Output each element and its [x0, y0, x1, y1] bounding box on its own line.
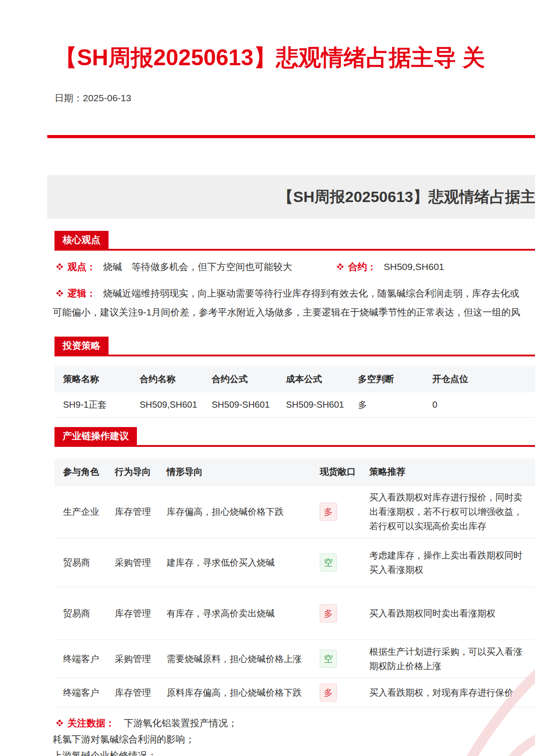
report-document: 【SH周报20250613】悲观情绪占据主导 关 日期：2025-06-13 【…: [0, 0, 535, 756]
top-divider-rule: [47, 135, 535, 138]
chain-table-row: 终端客户 库存管理 原料库存偏高，担心烧碱价格下跌 多 买入看跌期权，对现有库存…: [54, 678, 535, 707]
chain-table-row: 贸易商 采购管理 建库存，寻求低价买入烧碱 空 考虑建库存，操作上卖出看跌期权同…: [54, 538, 535, 587]
viewpoint-label: 观点：: [68, 261, 96, 272]
cell-behavior: 采购管理: [106, 538, 158, 587]
cell-long-short: 多: [349, 392, 424, 418]
recommendation-line: 考虑建库存，操作上卖出看跌期权同时: [369, 548, 535, 562]
chain-table-row: 生产企业 库存管理 库存偏高，担心烧碱价格下跌 多 买入看跌期权对库存进行报价，…: [54, 486, 535, 538]
cell-exposure: 空: [311, 538, 361, 587]
col-header-role: 参与角色: [54, 459, 106, 486]
col-header-strategy-name: 策略名称: [54, 366, 131, 392]
cell-contract-name: SH509,SH601: [131, 392, 203, 418]
logic-paragraph: 逻辑：烧碱近端维持弱现实，向上驱动需要等待行业库存得到有效去化，随氯碱综合利润走…: [53, 284, 535, 322]
strategy-table: 策略名称 合约名称 合约公式 成本公式 多空判断 开仓点位 SH9-1正套 SH…: [54, 366, 535, 418]
banner-title: 【SH周报20250613】悲观情绪占据主导: [278, 175, 535, 219]
cell-scenario: 库存偏高，担心烧碱价格下跌: [158, 486, 311, 538]
chain-table-row: 终端客户 采购管理 需要烧碱原料，担心烧碱价格上涨 空 根据生产计划进行采购，可…: [54, 640, 535, 678]
cell-entry-point: 0: [424, 392, 498, 418]
cell-behavior: 库存管理: [106, 486, 158, 538]
recommendation-line: 买入看跌期权同时卖出看涨期权: [369, 606, 535, 621]
contract-group: 合约：SH509,SH601: [338, 261, 444, 273]
chain-table-row: 贸易商 库存管理 有库存，寻求高价卖出烧碱 多 买入看跌期权同时卖出看涨期权: [54, 587, 535, 640]
cell-recommendation: 考虑建库存，操作上卖出看跌期权同时 买入看涨期权: [361, 538, 535, 587]
diamond-bullet-icon: [56, 290, 63, 297]
section-heading-core: 核心观点: [54, 231, 109, 249]
col-header-contract-name: 合约名称: [131, 366, 203, 392]
cell-behavior: 采购管理: [106, 640, 158, 678]
exposure-badge-long: 多: [320, 684, 337, 702]
cell-scenario: 有库存，寻求高价卖出烧碱: [158, 587, 311, 640]
col-header-behavior: 行为导向: [106, 459, 158, 486]
cell-recommendation: 买入看跌期权对库存进行报价，同时卖 出看涨期权，若不行权可以增强收益， 若行权可…: [361, 486, 535, 538]
col-header-contract-formula: 合约公式: [203, 366, 277, 392]
cell-scenario: 建库存，寻求低价买入烧碱: [158, 538, 311, 587]
cell-role: 贸易商: [54, 538, 106, 587]
chain-table-header-row: 参与角色 行为导向 情形导向 现货敞口 策略推荐: [54, 459, 535, 486]
diamond-bullet-icon: [337, 263, 344, 270]
cell-role: 终端客户: [54, 678, 106, 707]
banner: 【SH周报20250613】悲观情绪占据主导: [47, 175, 535, 219]
cell-role: 贸易商: [54, 587, 106, 640]
page-title: 【SH周报20250613】悲观情绪占据主导 关: [54, 0, 535, 70]
cell-recommendation: 买入看跌期权同时卖出看涨期权: [361, 587, 535, 640]
logic-label: 逻辑：: [68, 288, 96, 298]
section-heading-chain: 产业链操作建议: [54, 427, 137, 445]
cell-behavior: 库存管理: [106, 587, 158, 640]
col-header-recommendation: 策略推荐: [361, 459, 535, 486]
watch-data-item: 耗氯下游对氯碱综合利润的影响；: [53, 731, 535, 747]
cell-recommendation: 买入看跌期权，对现有库存进行保价: [361, 678, 535, 707]
diamond-bullet-icon: [56, 720, 63, 727]
section-underline-core: [54, 249, 535, 251]
cell-scenario: 原料库存偏高，担心烧碱价格下跌: [158, 678, 311, 707]
cell-strategy-name: SH9-1正套: [54, 392, 131, 418]
watch-data-item: 上游氯碱企业检修情况；: [53, 747, 535, 756]
col-header-exposure: 现货敞口: [311, 459, 361, 486]
recommendation-line: 期权防止价格上涨: [369, 659, 535, 673]
section-underline-strategy: [54, 355, 535, 356]
exposure-badge-short: 空: [320, 554, 337, 572]
watch-data-first-item: 下游氧化铝装置投产情况；: [124, 718, 237, 728]
col-header-empty: [498, 366, 535, 392]
cell-role: 终端客户: [54, 640, 106, 678]
cell-role: 生产企业: [54, 486, 106, 538]
cell-exposure: 空: [311, 640, 361, 678]
watch-data-heading-line: 关注数据：下游氧化铝装置投产情况；: [53, 715, 535, 731]
strategy-table-header-row: 策略名称 合约名称 合约公式 成本公式 多空判断 开仓点位: [54, 366, 535, 392]
cell-exposure: 多: [311, 486, 361, 538]
cell-exposure: 多: [311, 587, 361, 640]
recommendation-line: 根据生产计划进行采购，可以买入看涨: [369, 644, 535, 659]
chain-advice-table: 参与角色 行为导向 情形导向 现货敞口 策略推荐 生产企业 库存管理 库存偏高，…: [54, 459, 535, 707]
viewpoint-row: 观点：烧碱 等待做多机会，但下方空间也可能较大 合约：SH509,SH601: [57, 261, 535, 273]
cell-empty: [498, 392, 535, 418]
section-heading-strategy: 投资策略: [54, 337, 109, 355]
logic-text-1: 烧碱近端维持弱现实，向上驱动需要等待行业库存得到有效去化，随氯碱综合利润走弱，库…: [103, 288, 519, 298]
watch-data-label: 关注数据：: [68, 718, 115, 728]
section-underline-chain: [54, 445, 535, 447]
viewpoint-text: 烧碱 等待做多机会，但下方空间也可能较大: [103, 261, 292, 272]
exposure-badge-short: 空: [320, 650, 337, 668]
contract-text: SH509,SH601: [384, 261, 444, 272]
col-header-long-short: 多空判断: [349, 366, 424, 392]
cell-behavior: 库存管理: [106, 678, 158, 707]
cell-contract-formula: SH509-SH601: [203, 392, 277, 418]
col-header-cost-formula: 成本公式: [277, 366, 349, 392]
diamond-bullet-icon: [56, 263, 63, 270]
strategy-table-row: SH9-1正套 SH509,SH601 SH509-SH601 SH509-SH…: [54, 392, 535, 418]
report-date: 日期：2025-06-13: [54, 92, 535, 104]
cell-exposure: 多: [311, 678, 361, 707]
recommendation-line: 出看涨期权，若不行权可以增强收益，: [369, 504, 535, 519]
cell-cost-formula: SH509-SH601: [277, 392, 349, 418]
contract-label: 合约：: [348, 261, 376, 272]
cell-recommendation: 根据生产计划进行采购，可以买入看涨 期权防止价格上涨: [361, 640, 535, 678]
exposure-badge-long: 多: [320, 503, 337, 521]
recommendation-line: 若行权可以实现高价卖出库存: [369, 519, 535, 533]
logic-line-1: 逻辑：烧碱近端维持弱现实，向上驱动需要等待行业库存得到有效去化，随氯碱综合利润走…: [53, 284, 535, 303]
watch-data-block: 关注数据：下游氧化铝装置投产情况； 耗氯下游对氯碱综合利润的影响； 上游氯碱企业…: [53, 715, 535, 756]
col-header-scenario: 情形导向: [158, 459, 311, 486]
cell-scenario: 需要烧碱原料，担心烧碱价格上涨: [158, 640, 311, 678]
exposure-badge-long: 多: [320, 604, 337, 622]
col-header-entry-point: 开仓点位: [424, 366, 498, 392]
recommendation-line: 买入看跌期权，对现有库存进行保价: [369, 685, 535, 700]
recommendation-line: 买入看跌期权对库存进行报价，同时卖: [369, 490, 535, 504]
logic-line-2: 可能偏小，建议关注9-1月间价差，参考平水附近入场做多，主要逻辑在于烧碱季节性的…: [53, 303, 535, 322]
